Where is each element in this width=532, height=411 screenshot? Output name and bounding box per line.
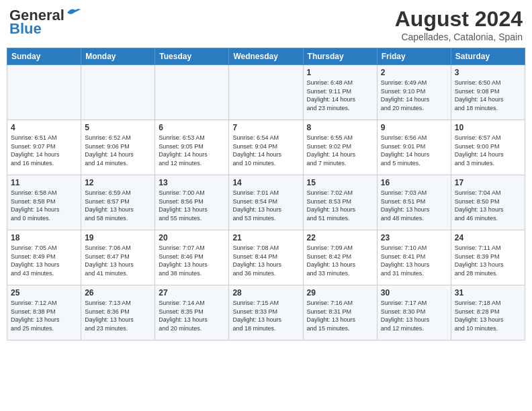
day-info: Sunrise: 7:12 AM Sunset: 8:38 PM Dayligh… [11,299,77,332]
day-number: 24 [455,233,521,242]
calendar-cell: 26Sunrise: 7:13 AM Sunset: 8:36 PM Dayli… [81,285,155,340]
day-info: Sunrise: 7:13 AM Sunset: 8:36 PM Dayligh… [85,299,151,332]
logo: General Blue [9,7,81,38]
day-info: Sunrise: 7:09 AM Sunset: 8:42 PM Dayligh… [307,244,373,277]
week-row-3: 18Sunrise: 7:05 AM Sunset: 8:49 PM Dayli… [7,230,525,285]
day-info: Sunrise: 7:06 AM Sunset: 8:47 PM Dayligh… [85,244,151,277]
day-number: 18 [11,233,77,242]
day-number: 6 [159,123,225,132]
day-number: 2 [381,68,447,77]
calendar-cell: 14Sunrise: 7:01 AM Sunset: 8:54 PM Dayli… [229,175,303,230]
day-number: 7 [232,123,299,132]
day-number: 21 [232,233,299,242]
day-info: Sunrise: 7:02 AM Sunset: 8:53 PM Dayligh… [307,189,373,222]
calendar-cell: 18Sunrise: 7:05 AM Sunset: 8:49 PM Dayli… [7,230,81,285]
calendar-cell: 20Sunrise: 7:07 AM Sunset: 8:46 PM Dayli… [155,230,229,285]
day-number: 19 [85,233,151,242]
day-number: 10 [455,123,521,132]
calendar-cell: 13Sunrise: 7:00 AM Sunset: 8:56 PM Dayli… [155,175,229,230]
day-info: Sunrise: 6:59 AM Sunset: 8:57 PM Dayligh… [85,189,151,222]
day-number: 12 [85,178,151,187]
day-info: Sunrise: 7:03 AM Sunset: 8:51 PM Dayligh… [381,189,447,222]
calendar-cell: 17Sunrise: 7:04 AM Sunset: 8:50 PM Dayli… [451,175,525,230]
day-number: 28 [232,288,299,298]
day-info: Sunrise: 6:52 AM Sunset: 9:06 PM Dayligh… [85,134,151,167]
day-info: Sunrise: 6:51 AM Sunset: 9:07 PM Dayligh… [11,134,77,167]
calendar-cell [7,65,81,120]
day-info: Sunrise: 6:49 AM Sunset: 9:10 PM Dayligh… [381,79,447,112]
header-row: SundayMondayTuesdayWednesdayThursdayFrid… [7,48,525,65]
calendar-cell [81,65,155,120]
calendar-cell: 25Sunrise: 7:12 AM Sunset: 8:38 PM Dayli… [7,285,81,340]
day-number: 11 [11,178,77,187]
calendar-cell: 22Sunrise: 7:09 AM Sunset: 8:42 PM Dayli… [303,230,377,285]
day-number: 20 [159,233,225,242]
calendar-cell: 7Sunrise: 6:54 AM Sunset: 9:04 PM Daylig… [229,120,303,175]
day-info: Sunrise: 6:48 AM Sunset: 9:11 PM Dayligh… [307,79,373,112]
day-number: 3 [455,68,521,77]
header-friday: Friday [377,48,451,65]
day-info: Sunrise: 6:54 AM Sunset: 9:04 PM Dayligh… [232,134,299,167]
calendar-cell: 5Sunrise: 6:52 AM Sunset: 9:06 PM Daylig… [81,120,155,175]
day-info: Sunrise: 6:55 AM Sunset: 9:02 PM Dayligh… [307,134,373,167]
day-number: 13 [159,178,225,187]
day-number: 15 [307,178,373,187]
calendar-cell: 31Sunrise: 7:18 AM Sunset: 8:28 PM Dayli… [451,285,525,340]
week-row-2: 11Sunrise: 6:58 AM Sunset: 8:58 PM Dayli… [7,175,525,230]
day-number: 1 [307,68,373,77]
calendar-cell: 3Sunrise: 6:50 AM Sunset: 9:08 PM Daylig… [451,65,525,120]
week-row-1: 4Sunrise: 6:51 AM Sunset: 9:07 PM Daylig… [7,120,525,175]
calendar-cell: 27Sunrise: 7:14 AM Sunset: 8:35 PM Dayli… [155,285,229,340]
day-info: Sunrise: 7:01 AM Sunset: 8:54 PM Dayligh… [232,189,299,222]
calendar-cell: 9Sunrise: 6:56 AM Sunset: 9:01 PM Daylig… [377,120,451,175]
day-number: 27 [159,288,225,298]
day-info: Sunrise: 7:17 AM Sunset: 8:30 PM Dayligh… [381,299,447,332]
calendar-cell: 11Sunrise: 6:58 AM Sunset: 8:58 PM Dayli… [7,175,81,230]
day-info: Sunrise: 7:04 AM Sunset: 8:50 PM Dayligh… [455,189,521,222]
calendar-cell: 2Sunrise: 6:49 AM Sunset: 9:10 PM Daylig… [377,65,451,120]
title-area: August 2024 Capellades, Catalonia, Spain [395,7,523,42]
day-number: 26 [85,288,151,298]
week-row-4: 25Sunrise: 7:12 AM Sunset: 8:38 PM Dayli… [7,285,525,340]
day-number: 25 [11,288,77,298]
day-info: Sunrise: 7:16 AM Sunset: 8:31 PM Dayligh… [307,299,373,332]
day-number: 17 [455,178,521,187]
header-tuesday: Tuesday [155,48,229,65]
day-number: 31 [455,288,521,298]
day-info: Sunrise: 6:53 AM Sunset: 9:05 PM Dayligh… [159,134,225,167]
page-title: August 2024 [395,7,523,32]
calendar-cell: 23Sunrise: 7:10 AM Sunset: 8:41 PM Dayli… [377,230,451,285]
day-number: 30 [381,288,447,298]
day-info: Sunrise: 7:10 AM Sunset: 8:41 PM Dayligh… [381,244,447,277]
day-info: Sunrise: 7:15 AM Sunset: 8:33 PM Dayligh… [232,299,299,332]
day-info: Sunrise: 7:07 AM Sunset: 8:46 PM Dayligh… [159,244,225,277]
day-number: 14 [232,178,299,187]
header-sunday: Sunday [7,48,81,65]
calendar-cell: 19Sunrise: 7:06 AM Sunset: 8:47 PM Dayli… [81,230,155,285]
calendar-cell: 10Sunrise: 6:57 AM Sunset: 9:00 PM Dayli… [451,120,525,175]
calendar-cell: 30Sunrise: 7:17 AM Sunset: 8:30 PM Dayli… [377,285,451,340]
day-info: Sunrise: 7:05 AM Sunset: 8:49 PM Dayligh… [11,244,77,277]
day-number: 16 [381,178,447,187]
logo-bird-icon [66,7,81,18]
header-monday: Monday [81,48,155,65]
day-number: 9 [381,123,447,132]
day-info: Sunrise: 6:50 AM Sunset: 9:08 PM Dayligh… [455,79,521,112]
day-number: 5 [85,123,151,132]
calendar-cell: 21Sunrise: 7:08 AM Sunset: 8:44 PM Dayli… [229,230,303,285]
day-info: Sunrise: 6:56 AM Sunset: 9:01 PM Dayligh… [381,134,447,167]
calendar-cell: 15Sunrise: 7:02 AM Sunset: 8:53 PM Dayli… [303,175,377,230]
day-info: Sunrise: 7:00 AM Sunset: 8:56 PM Dayligh… [159,189,225,222]
calendar-cell: 6Sunrise: 6:53 AM Sunset: 9:05 PM Daylig… [155,120,229,175]
logo-blue: Blue [9,20,42,38]
day-info: Sunrise: 7:11 AM Sunset: 8:39 PM Dayligh… [455,244,521,277]
calendar-cell: 24Sunrise: 7:11 AM Sunset: 8:39 PM Dayli… [451,230,525,285]
day-number: 8 [307,123,373,132]
page-subtitle: Capellades, Catalonia, Spain [395,32,523,42]
calendar-table: SundayMondayTuesdayWednesdayThursdayFrid… [7,48,525,340]
calendar-cell [229,65,303,120]
week-row-0: 1Sunrise: 6:48 AM Sunset: 9:11 PM Daylig… [7,65,525,120]
day-number: 4 [11,123,77,132]
calendar-cell: 12Sunrise: 6:59 AM Sunset: 8:57 PM Dayli… [81,175,155,230]
calendar-cell: 8Sunrise: 6:55 AM Sunset: 9:02 PM Daylig… [303,120,377,175]
